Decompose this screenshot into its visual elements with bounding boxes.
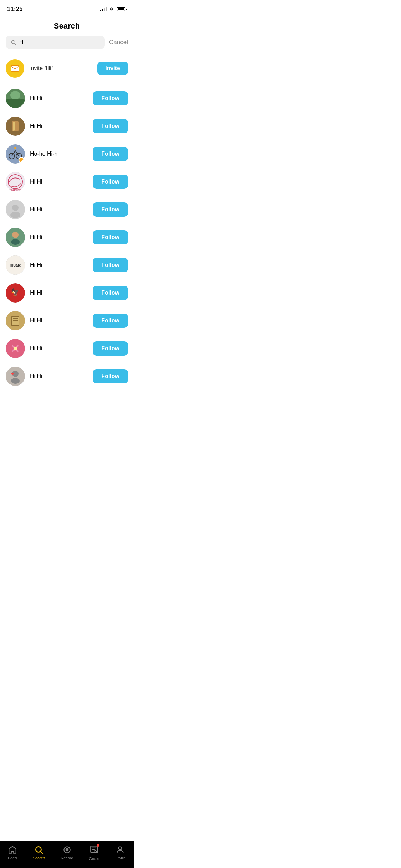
user-row: Hi HiFollow <box>0 84 134 112</box>
user-row: VOLLEYBALL Hi HiFollow <box>0 168 134 196</box>
svg-point-13 <box>6 172 25 191</box>
svg-point-17 <box>12 205 19 211</box>
user-avatar <box>6 117 25 136</box>
svg-rect-4 <box>6 99 25 108</box>
user-name: Hi Hi <box>30 179 88 185</box>
svg-text:🦅: 🦅 <box>11 288 20 296</box>
user-name: Hi Hi <box>30 123 88 129</box>
svg-rect-31 <box>13 322 16 322</box>
user-avatar <box>6 367 25 386</box>
follow-button[interactable]: Follow <box>93 202 128 217</box>
follow-button[interactable]: Follow <box>93 147 128 161</box>
svg-point-12 <box>14 147 16 149</box>
invite-button[interactable]: Invite <box>97 62 128 75</box>
avatar-badge <box>19 157 24 163</box>
follow-button[interactable]: Follow <box>93 175 128 189</box>
status-icons <box>100 7 127 11</box>
user-name: Hi Hi <box>30 262 88 268</box>
svg-point-21 <box>11 239 20 245</box>
user-list: Hi HiFollow Hi HiFollow Ho-ho Hi-hiFollo… <box>0 84 134 422</box>
svg-point-0 <box>12 41 15 44</box>
follow-button[interactable]: Follow <box>93 314 128 328</box>
user-row: Hi HiFollow <box>0 223 134 251</box>
svg-text:VOLLEYBALL: VOLLEYBALL <box>9 189 21 191</box>
follow-button[interactable]: Follow <box>93 286 128 300</box>
user-name: Ho-ho Hi-hi <box>30 151 88 157</box>
user-row: 🦅 Hi HiFollow <box>0 279 134 307</box>
svg-point-36 <box>9 346 14 351</box>
svg-rect-30 <box>13 320 18 321</box>
user-row: Hi HiFollow <box>0 196 134 223</box>
user-avatar <box>6 89 25 108</box>
user-name: Hi Hi <box>30 317 88 324</box>
svg-point-34 <box>13 342 18 347</box>
user-avatar <box>6 311 25 330</box>
search-input-wrapper[interactable] <box>6 36 105 49</box>
user-avatar <box>6 200 25 219</box>
user-name: Hi Hi <box>30 234 88 241</box>
signal-icon <box>100 7 107 11</box>
user-row: Hi HiFollow <box>0 362 134 390</box>
user-row: HiCafé Hi HiFollow <box>0 251 134 279</box>
user-avatar: VOLLEYBALL <box>6 172 25 191</box>
svg-point-42 <box>11 373 14 375</box>
follow-button[interactable]: Follow <box>93 119 128 133</box>
user-row: Hi HiFollow <box>0 112 134 140</box>
invite-label: Invite 'Hi' <box>29 65 92 72</box>
invite-row: Invite 'Hi' Invite <box>0 55 134 82</box>
envelope-icon <box>10 64 20 73</box>
user-row: Hi HiFollow <box>0 307 134 335</box>
follow-button[interactable]: Follow <box>93 91 128 105</box>
user-avatar <box>6 144 25 164</box>
svg-point-37 <box>17 346 22 351</box>
search-icon <box>11 40 16 45</box>
follow-button[interactable]: Follow <box>93 341 128 356</box>
status-bar: 11:25 <box>0 0 134 16</box>
follow-button[interactable]: Follow <box>93 369 128 383</box>
svg-point-38 <box>14 347 17 350</box>
follow-button[interactable]: Follow <box>93 230 128 244</box>
cancel-button[interactable]: Cancel <box>109 39 128 46</box>
svg-text:HiCafé: HiCafé <box>10 263 21 267</box>
user-row: Ho-ho Hi-hiFollow <box>0 140 134 168</box>
invite-icon <box>6 59 24 78</box>
user-name: Hi Hi <box>30 345 88 352</box>
page-title: Search <box>0 16 134 36</box>
battery-icon <box>117 7 127 11</box>
user-avatar <box>6 339 25 358</box>
user-avatar <box>6 228 25 247</box>
user-name: Hi Hi <box>30 290 88 296</box>
svg-rect-2 <box>11 66 19 71</box>
svg-line-1 <box>15 43 16 45</box>
wifi-icon <box>109 7 114 11</box>
svg-rect-29 <box>13 318 18 319</box>
status-time: 11:25 <box>7 6 22 13</box>
svg-point-35 <box>13 350 18 355</box>
user-avatar: 🦅 <box>6 283 25 303</box>
user-row: Hi HiFollow <box>0 335 134 362</box>
user-name: Hi Hi <box>30 373 88 379</box>
svg-point-41 <box>11 378 20 384</box>
svg-rect-28 <box>12 317 19 325</box>
user-avatar: HiCafé <box>6 255 25 275</box>
follow-button[interactable]: Follow <box>93 258 128 272</box>
svg-point-20 <box>12 232 19 238</box>
search-bar-row: Cancel <box>0 36 134 49</box>
search-input[interactable] <box>19 39 100 46</box>
svg-rect-8 <box>13 122 15 131</box>
svg-point-18 <box>10 212 20 218</box>
svg-point-5 <box>10 91 20 99</box>
user-name: Hi Hi <box>30 206 88 213</box>
user-name: Hi Hi <box>30 95 88 102</box>
